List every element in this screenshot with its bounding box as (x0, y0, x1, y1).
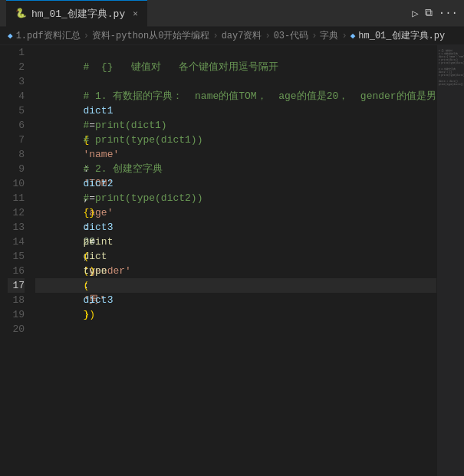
breadcrumb-sep-5: › (341, 31, 347, 41)
breadcrumb-item-3[interactable]: day7资料 (222, 29, 262, 42)
code-line-1: # {} 键值对 各个键值对用逗号隔开 (35, 45, 436, 60)
breadcrumb-sep-2: › (212, 31, 218, 41)
code-line-20 (35, 322, 436, 336)
title-bar-actions: ▷ ⧉ ··· (412, 7, 458, 20)
line-num-1: 1 (8, 45, 25, 60)
code-line-3: # 1. 有数据的字典： name的值TOM， age的值是20， gender… (35, 74, 436, 89)
code-line-17 (35, 278, 436, 293)
active-tab[interactable]: 🐍 hm_01_创建字典.py ✕ (6, 0, 147, 27)
code-lines[interactable]: # {} 键值对 各个键值对用逗号隔开 # 1. 有数据的字典： name的值T… (32, 45, 436, 476)
line-num-6: 6 (8, 118, 25, 133)
line-num-11: 11 (8, 191, 25, 205)
line-num-2: 2 (8, 60, 25, 74)
title-bar: 🐍 hm_01_创建字典.py ✕ ▷ ⧉ ··· (0, 0, 464, 27)
code-line-19 (35, 307, 436, 322)
line-num-16: 16 (8, 264, 25, 278)
line-numbers: 1 2 3 4 5 6 7 8 9 10 11 12 13 14 15 16 1… (0, 45, 32, 476)
tab-close-button[interactable]: ✕ (133, 8, 138, 18)
line-num-20: 20 (8, 322, 25, 336)
line-num-18: 18 (8, 293, 25, 307)
editor: 1 2 3 4 5 6 7 8 9 10 11 12 13 14 15 16 1… (0, 45, 464, 476)
breadcrumb-sep-3: › (265, 31, 270, 41)
breadcrumb: ◆ 1.pdf资料汇总 › 资料-python从0开始学编程 › day7资料 … (0, 27, 464, 45)
minimap-content: # {} 键值对 # 1.有数据的字典 dict1={'name':'TOM',… (437, 45, 464, 91)
line-num-17: 17 (8, 278, 25, 293)
tab-label: hm_01_创建字典.py (31, 7, 125, 21)
tab-file-icon: 🐍 (15, 8, 27, 19)
line-num-12: 12 (8, 205, 25, 220)
breadcrumb-item-5[interactable]: 字典 (320, 29, 338, 42)
breadcrumb-file-icon: ◆ (350, 31, 356, 41)
split-editor-button[interactable]: ⧉ (425, 7, 433, 19)
line-num-15: 15 (8, 249, 25, 264)
line-num-4: 4 (8, 89, 25, 103)
line-num-10: 10 (8, 176, 25, 191)
line-num-14: 14 (8, 235, 25, 249)
breadcrumb-sep-4: › (311, 31, 317, 41)
line-num-5: 5 (8, 103, 25, 118)
breadcrumb-sep-1: › (84, 31, 89, 41)
breadcrumb-item-2[interactable]: 资料-python从0开始学编程 (92, 29, 210, 42)
line-num-3: 3 (8, 74, 25, 89)
breadcrumb-icon: ◆ (8, 31, 13, 41)
line-num-13: 13 (8, 220, 25, 235)
run-button[interactable]: ▷ (412, 7, 418, 20)
more-actions-button[interactable]: ··· (439, 7, 458, 19)
line-num-8: 8 (8, 147, 25, 162)
minimap: # {} 键值对 # 1.有数据的字典 dict1={'name':'TOM',… (436, 45, 464, 476)
breadcrumb-item-4[interactable]: 03-代码 (274, 29, 309, 42)
line-num-19: 19 (8, 307, 25, 322)
code-editor[interactable]: # {} 键值对 各个键值对用逗号隔开 # 1. 有数据的字典： name的值T… (32, 45, 464, 476)
breadcrumb-item-6[interactable]: hm_01_创建字典.py (358, 29, 445, 42)
breadcrumb-item-1[interactable]: 1.pdf资料汇总 (16, 29, 81, 42)
line-num-9: 9 (8, 162, 25, 176)
line-num-7: 7 (8, 133, 25, 147)
